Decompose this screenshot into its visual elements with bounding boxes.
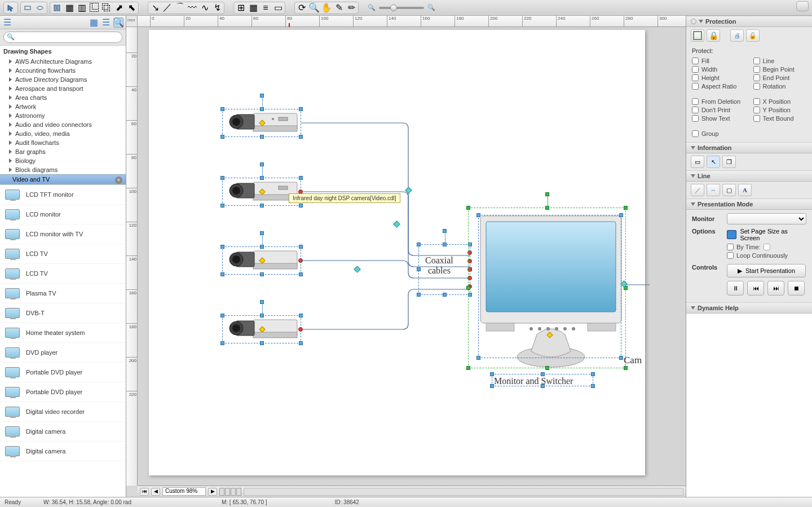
page-thumbnails[interactable]: [219, 488, 241, 496]
pointer-tool-icon[interactable]: [5, 3, 16, 13]
shape-item[interactable]: LCD monitor with TV: [0, 224, 126, 244]
shape-item[interactable]: Portable DVD player: [0, 363, 126, 382]
back-icon[interactable]: ⬉: [126, 3, 137, 13]
prev-page-icon[interactable]: ◀: [151, 488, 160, 496]
protect-check[interactable]: Line: [753, 58, 807, 64]
shape-item[interactable]: Home theater system: [0, 323, 126, 343]
rect-tool-icon[interactable]: [22, 3, 33, 13]
connector-midpoint[interactable]: [405, 187, 412, 194]
library-category[interactable]: Audit flowcharts: [0, 138, 126, 147]
protect-check[interactable]: X Position: [753, 98, 807, 105]
arc-icon[interactable]: ⌒: [174, 3, 186, 13]
protect-check[interactable]: Text Bound: [753, 115, 807, 122]
loop-check[interactable]: Loop Continuously: [727, 252, 806, 259]
page-viewport[interactable]: Infrared day night DSP camera[Video.cdl]: [138, 27, 686, 486]
horizontal-scrollbar[interactable]: [244, 488, 683, 496]
coaxial-label[interactable]: Coaxial cables: [425, 255, 453, 276]
shape-item[interactable]: Digital video recorder: [0, 402, 126, 422]
shape-item[interactable]: Portable DVD player: [0, 382, 126, 402]
grid-icon[interactable]: ▦: [248, 3, 259, 13]
rulers-icon[interactable]: ▭: [272, 3, 284, 13]
info-cursor-icon[interactable]: ↖: [707, 156, 720, 168]
by-time-check[interactable]: By Time:: [727, 244, 806, 250]
protection-print-icon[interactable]: 🖨: [730, 29, 744, 42]
prev-icon[interactable]: ⏮: [747, 281, 764, 296]
stop-icon[interactable]: ⏹: [788, 281, 805, 296]
front-icon[interactable]: ⬈: [113, 3, 125, 13]
library-category[interactable]: Area charts: [0, 93, 126, 102]
shape-item[interactable]: Digital camera: [0, 422, 126, 442]
shape-item[interactable]: LCD monitor: [0, 205, 126, 224]
shape-item[interactable]: DVB-T: [0, 303, 126, 323]
cam-label[interactable]: Cam: [624, 355, 642, 366]
zoom-icon[interactable]: 🔍: [308, 3, 320, 13]
library-category[interactable]: Audio, video, media: [0, 129, 126, 138]
bezier-icon[interactable]: ∿: [199, 3, 210, 13]
protect-check[interactable]: Aspect Ratio: [692, 83, 745, 90]
line-header[interactable]: Line: [686, 170, 812, 182]
screen-size-icon[interactable]: [727, 230, 736, 239]
by-time-input[interactable]: [764, 244, 770, 250]
shape-item[interactable]: LCD TFT monitor: [0, 185, 126, 205]
protection-bounds-icon[interactable]: [691, 29, 704, 42]
protect-check[interactable]: Show Text: [692, 115, 745, 122]
library-tree[interactable]: Drawing Shapes AWS Architecture Diagrams…: [0, 46, 126, 174]
ungroup-icon[interactable]: ⿻: [101, 3, 112, 13]
monitor-select[interactable]: [727, 213, 806, 224]
shape-list[interactable]: LCD TFT monitorLCD monitorLCD monitor wi…: [0, 184, 126, 497]
presentation-header[interactable]: Presentation Mode: [686, 199, 812, 210]
drawing-page[interactable]: Infrared day night DSP camera[Video.cdl]: [149, 30, 645, 475]
start-presentation-button[interactable]: ▶Start Presentation: [727, 264, 806, 277]
zoom-slider[interactable]: 🔍 🔍: [368, 4, 435, 11]
info-layers-icon[interactable]: ❐: [722, 156, 736, 168]
view-list-icon[interactable]: ☰: [101, 17, 111, 28]
library-category[interactable]: AWS Architecture Diagrams: [0, 57, 126, 66]
shape-item[interactable]: Plasma TV: [0, 284, 126, 303]
stamp-icon[interactable]: ✎: [333, 3, 345, 13]
distribute-h-icon[interactable]: ▦: [64, 3, 75, 13]
snap-icon[interactable]: ⊞: [235, 3, 246, 13]
protect-check[interactable]: Y Position: [753, 107, 807, 113]
protect-check[interactable]: Rotation: [753, 83, 807, 90]
connector-midpoint[interactable]: [354, 266, 361, 273]
protection-header[interactable]: Protection: [686, 16, 812, 27]
active-library-header[interactable]: Video and TV ×: [0, 174, 126, 184]
line-text-icon[interactable]: A: [738, 184, 752, 196]
protect-check[interactable]: End Point: [753, 74, 807, 81]
connector-icon[interactable]: ↘: [149, 3, 161, 13]
align-icon[interactable]: [51, 3, 63, 13]
pan-icon[interactable]: ✋: [321, 3, 332, 13]
edit-icon[interactable]: ✏: [346, 3, 357, 13]
library-tree-icon[interactable]: ☰: [2, 17, 12, 28]
shape-item[interactable]: Digital camera: [0, 442, 126, 461]
next-icon[interactable]: ⏭: [767, 281, 784, 296]
close-library-icon[interactable]: ×: [115, 177, 122, 184]
route-icon[interactable]: ↯: [211, 3, 223, 13]
protection-unlock-icon[interactable]: 🔓: [746, 29, 760, 42]
library-category[interactable]: Astronomy: [0, 111, 126, 120]
protection-lock-icon[interactable]: 🔒: [707, 29, 720, 42]
zoom-out-icon[interactable]: 🔍: [368, 4, 376, 11]
library-category[interactable]: Artwork: [0, 102, 126, 111]
guides-icon[interactable]: ≡: [260, 3, 271, 13]
library-category[interactable]: Bar graphs: [0, 147, 126, 156]
protect-check[interactable]: Fill: [692, 58, 745, 64]
search-tab-icon[interactable]: 🔍: [113, 17, 123, 28]
line-shadow-icon[interactable]: ▢: [722, 184, 736, 196]
library-category[interactable]: Biology: [0, 156, 126, 165]
zoom-dropdown[interactable]: Custom 98%: [162, 487, 206, 496]
protect-check[interactable]: Don't Print: [692, 107, 745, 113]
protect-group-check[interactable]: Group: [692, 130, 806, 137]
line-style-icon[interactable]: ／: [691, 184, 704, 196]
library-category[interactable]: Audio and video connectors: [0, 120, 126, 129]
shape-item[interactable]: DVD player: [0, 343, 126, 363]
line-arrows-icon[interactable]: ↔: [707, 184, 720, 196]
library-search-input[interactable]: [3, 32, 122, 43]
refresh-icon[interactable]: ⟳: [296, 3, 307, 13]
shape-item[interactable]: LCD TV: [0, 244, 126, 264]
protect-check[interactable]: From Deletion: [692, 98, 745, 105]
shape-item[interactable]: LCD TV: [0, 264, 126, 284]
library-category[interactable]: Block diagrams: [0, 165, 126, 174]
library-category[interactable]: Active Directory Diagrams: [0, 75, 126, 84]
protect-check[interactable]: Height: [692, 74, 745, 81]
